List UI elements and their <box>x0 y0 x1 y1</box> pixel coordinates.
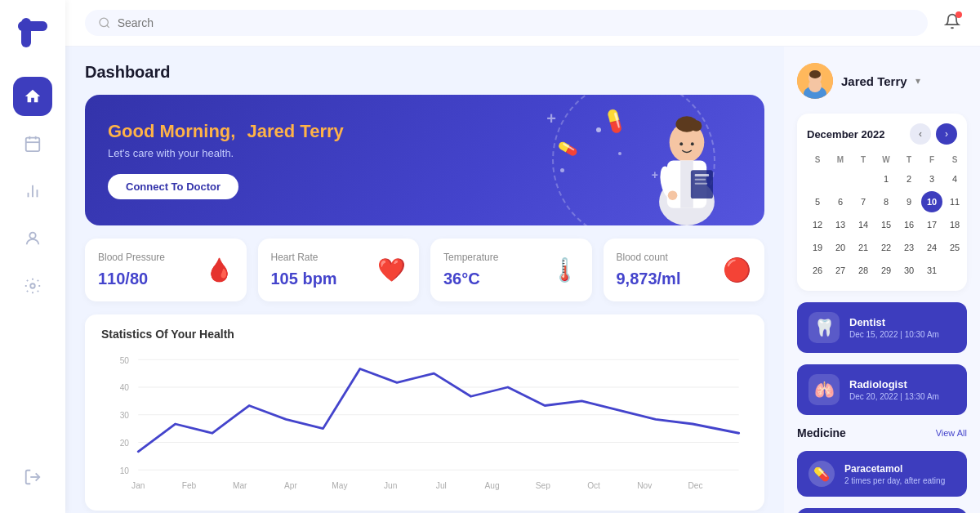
svg-text:20: 20 <box>120 439 130 448</box>
sidebar <box>0 0 65 513</box>
svg-point-10 <box>29 233 35 239</box>
appointment-radiologist[interactable]: 🫁 Radiologist Dec 20, 2022 | 13:30 Am <box>797 364 967 415</box>
cal-day-22[interactable]: 22 <box>875 237 897 258</box>
cal-day-19[interactable]: 19 <box>807 237 828 258</box>
cal-day-20[interactable]: 20 <box>830 237 851 258</box>
cal-day-31[interactable]: 31 <box>921 260 942 281</box>
banner-username: Jared Terry <box>247 121 344 141</box>
cal-day-28[interactable]: 28 <box>853 260 874 281</box>
user-profile[interactable]: Jared Terry ▾ <box>797 60 967 102</box>
cal-day-empty-1 <box>807 168 828 190</box>
content-area: Dashboard Good Morning, Jared Terry Let'… <box>65 47 980 513</box>
medicine-antihistamine[interactable]: 💊 Antihistamine 2 times per day, after e… <box>797 508 967 513</box>
sidebar-item-stats[interactable] <box>13 172 52 211</box>
cal-day-15[interactable]: 15 <box>875 214 897 235</box>
health-chart: 50 40 30 20 10 Jan Feb Mar Apr May Jun <box>101 350 748 497</box>
stat-hr-icon: ❤️ <box>377 256 406 283</box>
cal-day-5[interactable]: 5 <box>807 191 828 212</box>
svg-text:Mar: Mar <box>233 481 247 490</box>
user-name: Jared Terry <box>841 74 907 88</box>
cal-header-t1: T <box>853 153 874 167</box>
calendar-grid: S M T W T F S 1 2 3 4 5 6 <box>807 153 957 281</box>
banner-decoration: 💊 💊 + + <box>503 95 764 225</box>
cal-day-23[interactable]: 23 <box>898 237 920 258</box>
radiologist-icon: 🫁 <box>808 374 840 405</box>
connect-doctor-button[interactable]: Connect To Doctor <box>108 174 238 199</box>
svg-text:Jul: Jul <box>436 481 447 490</box>
cal-day-12[interactable]: 12 <box>807 214 828 235</box>
svg-text:Sep: Sep <box>536 481 550 490</box>
chart-title: Statistics Of Your Health <box>101 328 748 341</box>
cal-day-3[interactable]: 3 <box>921 168 942 190</box>
calendar-prev-button[interactable]: ‹ <box>910 123 931 145</box>
svg-line-14 <box>107 25 109 28</box>
plus-deco-2: + <box>652 168 658 181</box>
right-panel: Jared Terry ▾ December 2022 ‹ › S M T W <box>784 47 980 513</box>
cal-day-8[interactable]: 8 <box>875 191 897 212</box>
appointment-dentist[interactable]: 🦷 Dentist Dec 15, 2022 | 10:30 Am <box>797 302 967 353</box>
svg-point-27 <box>658 165 676 199</box>
cal-day-30[interactable]: 30 <box>898 260 920 281</box>
calendar-navigation: ‹ › <box>910 123 957 145</box>
sidebar-item-home[interactable] <box>13 77 52 116</box>
cal-day-17[interactable]: 17 <box>921 214 942 235</box>
cal-day-27[interactable]: 27 <box>830 260 851 281</box>
chart-container: 50 40 30 20 10 Jan Feb Mar Apr May Jun <box>101 350 748 497</box>
cal-day-18[interactable]: 18 <box>944 214 965 235</box>
cal-day-2[interactable]: 2 <box>898 168 920 190</box>
sidebar-item-calendar[interactable] <box>13 124 52 163</box>
calendar-next-button[interactable]: › <box>936 123 957 145</box>
chart-section: Statistics Of Your Health 50 40 30 20 <box>85 314 764 511</box>
cal-day-25[interactable]: 25 <box>944 237 965 258</box>
sidebar-item-settings[interactable] <box>13 266 52 306</box>
search-icon <box>98 16 111 29</box>
svg-text:40: 40 <box>120 384 130 393</box>
svg-text:50: 50 <box>120 356 130 365</box>
svg-point-20 <box>691 142 694 145</box>
view-all-button[interactable]: View All <box>936 428 967 438</box>
svg-rect-24 <box>695 174 709 176</box>
paracetamol-icon: 💊 <box>808 461 835 487</box>
cal-day-21[interactable]: 21 <box>853 237 874 258</box>
user-avatar <box>797 63 833 99</box>
doctor-illustration <box>626 99 748 225</box>
svg-text:Dec: Dec <box>688 481 702 490</box>
search-input[interactable] <box>118 16 915 29</box>
cal-day-1[interactable]: 1 <box>875 168 897 190</box>
svg-text:Jun: Jun <box>384 481 397 490</box>
sidebar-item-logout[interactable] <box>13 457 52 497</box>
svg-rect-21 <box>667 161 706 208</box>
cal-day-26[interactable]: 26 <box>807 260 828 281</box>
cal-day-6[interactable]: 6 <box>830 191 851 212</box>
cal-day-16[interactable]: 16 <box>898 214 920 235</box>
dentist-icon: 🦷 <box>808 312 840 343</box>
cal-day-9[interactable]: 9 <box>898 191 920 212</box>
svg-point-28 <box>668 190 678 200</box>
cal-day-10[interactable]: 10 <box>921 191 942 212</box>
stat-heart-rate: Heart Rate 105 bpm ❤️ <box>258 239 420 301</box>
cal-day-29[interactable]: 29 <box>875 260 897 281</box>
stat-bp-value: 110/80 <box>98 270 165 288</box>
banner-subtitle: Let's care with your health. <box>108 147 742 159</box>
notification-bell[interactable] <box>944 13 960 33</box>
cal-day-24[interactable]: 24 <box>921 237 942 258</box>
cal-day-7[interactable]: 7 <box>853 191 874 212</box>
stat-bc-label: Blood count <box>617 252 681 263</box>
stat-hr-value: 105 bpm <box>271 270 337 288</box>
cal-day-4[interactable]: 4 <box>944 168 965 190</box>
calendar: December 2022 ‹ › S M T W T F S <box>797 114 967 291</box>
svg-rect-22 <box>680 161 693 208</box>
svg-rect-2 <box>18 21 47 31</box>
svg-rect-3 <box>26 138 40 152</box>
cal-day-14[interactable]: 14 <box>853 214 874 235</box>
svg-point-15 <box>659 178 715 225</box>
sidebar-item-profile[interactable] <box>13 219 52 258</box>
search-bar[interactable] <box>85 10 928 36</box>
svg-point-19 <box>679 142 683 145</box>
cal-header-w: W <box>875 153 897 167</box>
cal-day-11[interactable]: 11 <box>944 191 965 212</box>
cal-day-13[interactable]: 13 <box>830 214 851 235</box>
medicine-paracetamol[interactable]: 💊 Paracetamol 2 times per day, after eat… <box>797 451 967 497</box>
svg-text:May: May <box>332 481 348 490</box>
svg-text:Feb: Feb <box>182 481 197 490</box>
